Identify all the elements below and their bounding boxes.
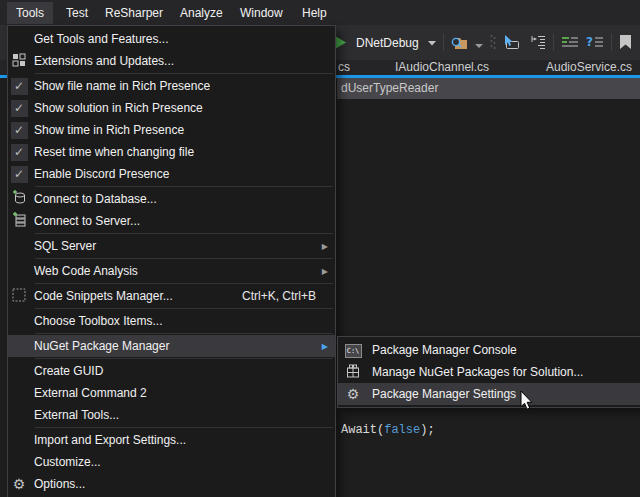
menu-item-web-code-analysis[interactable]: Web Code Analysis▶ [8,260,335,282]
menu-item-show-time-in-rich-presence[interactable]: ✓Show time in Rich Presence [8,119,335,141]
menu-item-connect-to-server[interactable]: Connect to Server... [8,210,335,232]
menu-item-label: External Command 2 [34,386,147,400]
checkmark-icon: ✓ [11,144,28,161]
package-icon [346,364,360,381]
question-lines-icon[interactable]: ? [586,35,604,50]
menu-item-choose-toolbox-items[interactable]: Choose Toolbox Items... [8,310,335,332]
menu-item-label: NuGet Package Manager [34,339,169,353]
menu-separator [35,73,333,74]
menubar-item-resharper[interactable]: ReSharper [96,2,172,24]
menu-icon-gutter: ✓ [8,119,30,141]
menu-separator [35,308,333,309]
menu-item-label: Package Manager Settings [372,387,516,401]
menu-icon-gutter [8,429,30,451]
menu-item-label: Connect to Database... [34,192,157,206]
menu-item-label: Extensions and Updates... [34,54,174,68]
solution-configuration-label[interactable]: DNetDebug [356,36,419,50]
menu-icon-gutter [8,404,30,426]
menu-icon-gutter [8,451,30,473]
navigation-bar-dropdown[interactable]: dUserTypeReader [337,78,640,99]
menu-icon-gutter: C:\ [338,339,368,361]
mouse-cursor [520,391,534,415]
pointer-frame-icon[interactable] [503,35,521,50]
bookmark-icon[interactable] [619,35,632,50]
menu-icon-gutter [8,360,30,382]
menu-icon-gutter [338,361,368,383]
menu-item-sql-server[interactable]: SQL Server▶ [8,235,335,257]
menu-icon-gutter [8,28,30,50]
svg-text:?: ? [586,35,593,49]
menu-item-nuget-package-manager[interactable]: NuGet Package Manager▶ [8,335,335,357]
nuget-submenu-panel: C:\Package Manager ConsoleManage NuGet P… [337,336,640,408]
config-dropdown-caret-icon[interactable] [428,40,436,46]
extensions-icon [12,53,26,70]
menu-item-connect-to-database[interactable]: Connect to Database... [8,188,335,210]
menu-item-label: Options... [34,477,85,491]
submenu-arrow-icon: ▶ [322,267,328,276]
menu-icon-gutter [8,50,30,72]
copy-structure-icon[interactable] [528,35,546,50]
overflow-caret-icon[interactable] [475,36,483,50]
toolbar-grip-icon[interactable] [490,34,496,52]
menu-item-customize[interactable]: Customize... [8,451,335,473]
tab-iaudiochannel[interactable]: IAudioChannel.cs [395,60,489,75]
menu-item-external-command-2[interactable]: External Command 2 [8,382,335,404]
menu-item-show-file-name-in-rich-presence[interactable]: ✓Show file name in Rich Presence [8,75,335,97]
menu-icon-gutter: ✓ [8,141,30,163]
menu-icon-gutter: ✓ [8,75,30,97]
menu-icon-gutter: ✓ [8,163,30,185]
submenu-item-package-manager-settings[interactable]: ⚙Package Manager Settings [338,383,640,405]
menu-separator [35,358,333,359]
menu-icon-gutter [8,260,30,282]
tab-partial[interactable]: cs [338,60,350,75]
menu-icon-gutter [8,210,30,232]
submenu-item-package-manager-console[interactable]: C:\Package Manager Console [338,339,640,361]
menu-item-label: Show solution in Rich Presence [34,101,203,115]
gear-icon: ⚙ [13,477,26,492]
toolbar-separator [443,34,444,51]
menu-item-show-solution-in-rich-presence[interactable]: ✓Show solution in Rich Presence [8,97,335,119]
menu-item-options[interactable]: ⚙Options... [8,473,335,495]
menubar-item-window[interactable]: Window [231,2,292,24]
tab-audioservice[interactable]: AudioService.cs [546,60,632,75]
menu-item-label: Create GUID [34,364,103,378]
menu-icon-gutter [8,382,30,404]
menu-item-code-snippets-manager[interactable]: Code Snippets Manager...Ctrl+K, Ctrl+B [8,285,335,307]
menu-item-create-guid[interactable]: Create GUID [8,360,335,382]
menu-item-label: Reset time when changing file [34,145,194,159]
menu-bar: ToolsTestReSharperAnalyzeWindowHelp [0,0,640,25]
submenu-item-manage-nuget-packages-for-solution[interactable]: Manage NuGet Packages for Solution... [338,361,640,383]
menu-separator [35,258,333,259]
menu-item-label: Customize... [34,455,101,469]
snippets-icon [12,288,26,305]
navigation-bar-text: dUserTypeReader [337,78,640,99]
menu-item-label: Choose Toolbox Items... [34,314,163,328]
menubar-item-analyze[interactable]: Analyze [171,2,232,24]
menu-item-enable-discord-presence[interactable]: ✓Enable Discord Presence [8,163,335,185]
menu-icon-gutter: ⚙ [338,383,368,405]
menu-item-get-tools-and-features[interactable]: Get Tools and Features... [8,28,335,50]
find-in-files-icon[interactable] [451,35,468,50]
toolbar-separator [553,34,554,51]
menu-item-label: Code Snippets Manager... [34,289,173,303]
menubar-item-test[interactable]: Test [57,2,97,24]
menu-item-extensions-and-updates[interactable]: Extensions and Updates... [8,50,335,72]
menubar-item-tools[interactable]: Tools [7,2,53,24]
menu-separator [35,283,333,284]
menu-item-label: Get Tools and Features... [34,32,169,46]
menu-icon-gutter [8,235,30,257]
code-line-2: Await(false); [341,423,435,437]
menu-item-reset-time-when-changing-file[interactable]: ✓Reset time when changing file [8,141,335,163]
menu-item-import-and-export-settings[interactable]: Import and Export Settings... [8,429,335,451]
menu-item-label: External Tools... [34,408,119,422]
menu-separator [35,233,333,234]
menu-item-external-tools[interactable]: External Tools... [8,404,335,426]
menu-item-label: Import and Export Settings... [34,433,186,447]
menu-separator [35,186,333,187]
comment-lines-icon[interactable] [561,35,579,50]
menu-icon-gutter [8,335,30,357]
menubar-item-help[interactable]: Help [293,2,336,24]
menu-icon-gutter: ⚙ [8,473,30,495]
menu-item-label: Connect to Server... [34,214,140,228]
menu-separator [35,333,333,334]
